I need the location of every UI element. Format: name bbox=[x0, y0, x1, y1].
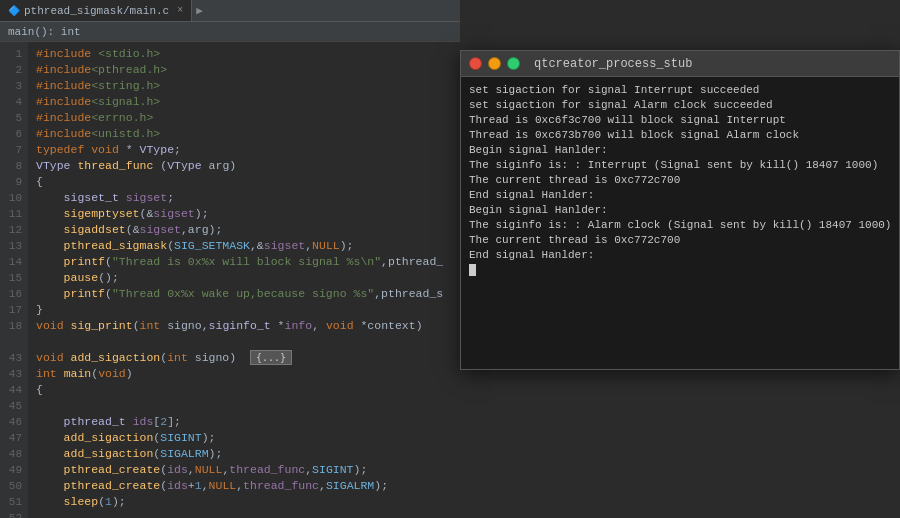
terminal-line: The siginfo is: : Alarm clock (Signal se… bbox=[469, 218, 891, 233]
terminal-line: set sigaction for signal Alarm clock suc… bbox=[469, 98, 891, 113]
file-icon: 🔷 bbox=[8, 5, 20, 17]
editor-tab[interactable]: 🔷 pthread_sigmask/main.c × bbox=[0, 0, 192, 21]
terminal-line: The siginfo is: : Interrupt (Signal sent… bbox=[469, 158, 891, 173]
code-content: 12345 678910 1112131415 16171843 4344454… bbox=[0, 42, 460, 518]
terminal-minimize-button[interactable] bbox=[488, 57, 501, 70]
terminal-line: Begin signal Hanlder: bbox=[469, 203, 891, 218]
terminal-title: qtcreator_process_stub bbox=[534, 57, 692, 71]
breadcrumb: main(): int bbox=[0, 22, 460, 42]
terminal-line: End signal Hanlder: bbox=[469, 248, 891, 263]
code-editor: 🔷 pthread_sigmask/main.c × ▶ main(): int… bbox=[0, 0, 460, 518]
fold-button[interactable]: {...} bbox=[250, 350, 292, 365]
terminal-line: Thread is 0xc6f3c700 will block signal I… bbox=[469, 113, 891, 128]
tab-close-button[interactable]: × bbox=[177, 5, 183, 16]
tab-bar: 🔷 pthread_sigmask/main.c × ▶ bbox=[0, 0, 460, 22]
terminal-line: set sigaction for signal Interrupt succe… bbox=[469, 83, 891, 98]
code-lines: #include <stdio.h> #include<pthread.h> #… bbox=[28, 42, 460, 518]
tab-arrow[interactable]: ▶ bbox=[192, 4, 207, 17]
terminal-close-button[interactable] bbox=[469, 57, 482, 70]
terminal-window: qtcreator_process_stub set sigaction for… bbox=[460, 50, 900, 370]
terminal-maximize-button[interactable] bbox=[507, 57, 520, 70]
terminal-titlebar: qtcreator_process_stub bbox=[461, 51, 899, 77]
terminal-cursor-line bbox=[469, 263, 891, 278]
terminal-line: End signal Hanlder: bbox=[469, 188, 891, 203]
terminal-line: Begin signal Hanlder: bbox=[469, 143, 891, 158]
terminal-line: Thread is 0xc673b700 will block signal A… bbox=[469, 128, 891, 143]
terminal-cursor bbox=[469, 264, 476, 276]
terminal-body: set sigaction for signal Interrupt succe… bbox=[461, 77, 899, 370]
terminal-line: The current thread is 0xc772c700 bbox=[469, 233, 891, 248]
breadcrumb-text: main(): int bbox=[8, 26, 81, 38]
terminal-line: The current thread is 0xc772c700 bbox=[469, 173, 891, 188]
line-numbers: 12345 678910 1112131415 16171843 4344454… bbox=[0, 42, 28, 518]
tab-filename: pthread_sigmask/main.c bbox=[24, 5, 169, 17]
